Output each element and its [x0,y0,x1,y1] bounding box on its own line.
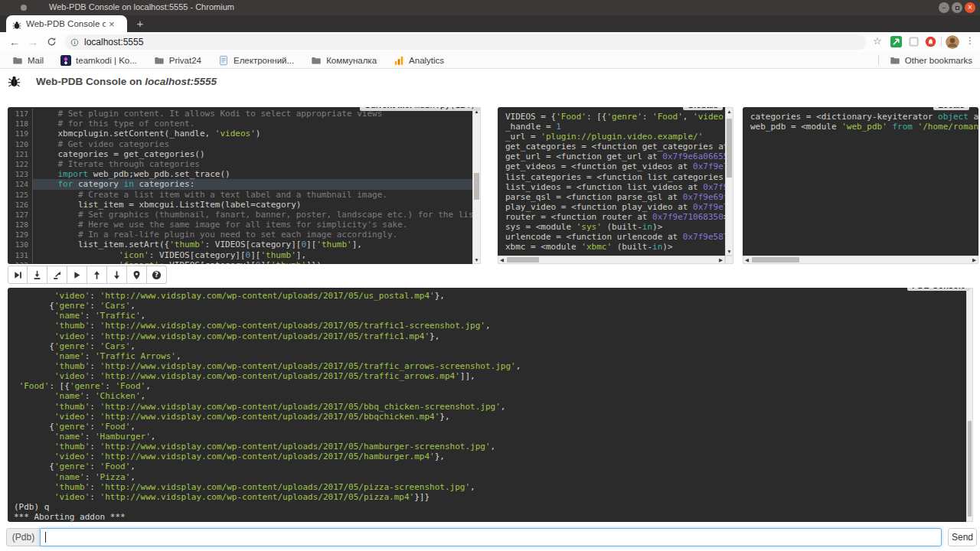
console-line: (Pdb) q [14,502,973,512]
address-bar[interactable]: localhost:5555 [64,34,867,50]
console-token: : [90,482,100,492]
console-line: {'genre': 'Food', [14,461,973,471]
step-out-icon [52,270,62,280]
scrollbar-thumb[interactable] [968,421,972,517]
scroll-right-icon[interactable]: ▶ [971,256,978,263]
continue-button[interactable] [67,266,87,284]
code-token: # Create a list item with a text label a… [38,190,387,200]
page-header: Web-PDB Console on localhost:5555 [8,75,217,88]
scrollbar-thumb[interactable] [474,173,479,200]
bookmark-item[interactable]: Mail [12,55,44,66]
console-token: }, [439,412,449,422]
console-token: : [90,461,100,471]
console-token: : [90,402,100,412]
arrow-up-icon [92,270,102,280]
console-token: , [130,461,136,471]
var-token: 'xbmc' [581,242,612,252]
forward-button[interactable]: → [26,35,40,49]
down-button[interactable] [107,266,127,284]
profile-avatar[interactable] [946,35,959,49]
scroll-left-icon[interactable]: ◀ [498,256,505,263]
extension-green-icon[interactable] [890,36,902,47]
map-pin-icon [132,270,142,280]
console-token: }, [435,291,445,301]
browser-tab[interactable]: Web-PDB Console on loca × [6,15,127,32]
code-token: 'videos' [215,129,256,139]
code-token: ][ [260,260,270,264]
bookmark-item[interactable]: Privat24 [154,55,201,66]
console-line: 'video': 'http://www.vidsplay.com/wp-con… [14,331,973,341]
code-token: ]}) [306,260,322,264]
up-button[interactable] [87,266,107,284]
console-token: 'thumb' [54,361,90,371]
scroll-down-icon[interactable]: ▼ [473,256,480,263]
folder-icon [890,55,900,66]
bookmark-item[interactable]: teamkodi | Ko... [60,55,137,66]
locals-horizontal-scrollbar[interactable]: ◀ ▶ [743,256,978,264]
window-title: Web-PDB Console on localhost:5555 - Chro… [49,2,234,11]
reload-button[interactable] [44,35,58,49]
line-number: 127 [8,210,32,220]
site-info-icon[interactable] [70,38,79,47]
code-text: # Here we use the same image for all ite… [32,220,481,230]
step-button[interactable] [28,266,47,284]
step-into-icon [32,270,42,280]
console-token: 'video' [54,371,90,381]
scroll-right-icon[interactable]: ▶ [717,256,724,263]
scroll-left-icon[interactable]: ◀ [743,256,750,263]
bookmark-item[interactable]: Analytics [394,55,444,66]
new-tab-button[interactable]: + [133,17,147,31]
next-button[interactable] [8,266,28,284]
console-token: { [14,461,54,471]
console-token: , [130,422,136,432]
code-token: # Set graphics (thumbnail, fanart, banne… [38,210,481,220]
bookmark-item[interactable]: Електронний... [218,55,294,66]
console-vertical-scrollbar[interactable] [966,288,973,522]
console-token: 'http://www.vidsplay.com/wp-content/uplo… [100,482,470,492]
scrollbar-thumb[interactable] [507,257,539,262]
where-button[interactable] [127,266,147,284]
return-button[interactable] [47,266,67,284]
window-maximize-button[interactable] [952,2,962,13]
var-token: router = <function router at [505,212,652,222]
globals-horizontal-scrollbar[interactable]: ◀ ▶ [498,256,725,264]
browser-menu-icon[interactable]: ⋮ [965,35,975,46]
bookmark-star-icon[interactable]: ☆ [873,35,882,47]
help-button[interactable]: ? [147,266,167,284]
extension-red-icon[interactable] [925,36,936,47]
console-token: 'Food' [100,422,131,432]
pdb-command-input[interactable] [40,528,942,546]
pdb-console-panel: PDB Console 'video': 'http://www.vidspla… [8,288,973,522]
tab-close-icon[interactable]: × [109,19,115,29]
code-line: 126 list_item = xbmcgui.ListItem(label=c… [8,200,481,210]
line-number: 121 [8,149,32,159]
code-line: 123 import web_pdb;web_pdb.set_trace() [8,169,481,179]
window-close-button[interactable]: × [965,2,975,13]
code-text: # Get video categories [32,139,481,149]
scrollbar-thumb[interactable] [727,119,732,178]
extension-gray-icon[interactable] [908,36,920,47]
scroll-down-icon[interactable]: ▼ [726,248,733,255]
code-text: 'fanart': VIDEOS[category][0]['thumb']}) [32,260,481,264]
var-token: 'genre' [606,112,642,122]
code-text: 'icon': VIDEOS[category][0]['thumb'], [32,250,481,260]
other-bookmarks[interactable]: Other bookmarks [878,55,972,66]
globals-vertical-scrollbar[interactable]: ▲ ▼ [725,107,733,256]
code-text: for category in categories: [32,179,481,189]
var-token: get_url = <function get_url at [505,152,662,161]
send-button[interactable]: Send [948,528,977,546]
scrollbar-thumb[interactable] [752,257,799,262]
line-number: 120 [8,139,32,149]
code-vertical-scrollbar[interactable]: ▲ ▼ [472,107,481,264]
back-button[interactable]: ← [8,35,21,49]
console-line: 'name': 'Hamburger', [14,432,973,442]
bookmark-item[interactable]: Коммуналка [311,55,377,66]
window-minimize-button[interactable]: − [939,2,949,13]
scroll-up-icon[interactable]: ▲ [726,108,733,115]
console-token: 'name' [54,391,85,401]
page-title: Web-PDB Console on localhost:5555 [36,76,217,87]
variable-line: play_video = <function play_video at 0x7… [498,202,733,212]
current-file-name: main.py(124) [415,107,475,110]
bookmark-label: Електронний... [234,56,294,65]
var-token [913,122,918,132]
